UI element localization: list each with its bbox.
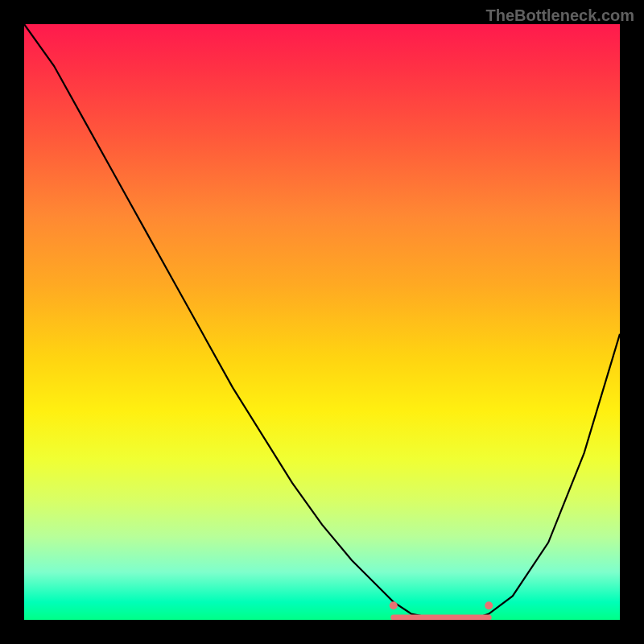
- watermark: TheBottleneck.com: [486, 6, 634, 25]
- bottleneck-chart: [24, 24, 620, 620]
- bottleneck-curve-line: [24, 24, 620, 620]
- chart-svg: [24, 24, 620, 620]
- optimal-marker-left: [390, 601, 398, 609]
- optimal-marker-right: [485, 601, 493, 609]
